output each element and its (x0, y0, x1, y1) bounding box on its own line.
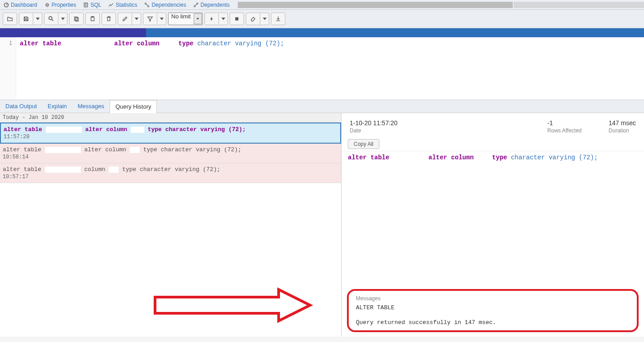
dependencies-icon (144, 2, 150, 8)
history-time: 11:57:20 (4, 134, 338, 140)
tab-query-history[interactable]: Query History (110, 100, 157, 113)
svg-point-4 (148, 5, 149, 7)
tab-messages[interactable]: Messages (72, 100, 110, 113)
clear-button[interactable] (246, 13, 260, 25)
save-dropdown[interactable] (33, 13, 42, 25)
edit-button[interactable] (118, 13, 132, 25)
find-button[interactable] (44, 13, 58, 25)
detail-rows-label: Rows Affected (547, 127, 582, 134)
filter-button[interactable] (143, 13, 157, 25)
output-tabs: Data Output Explain Messages Query Histo… (0, 100, 644, 113)
limit-caret[interactable] (194, 13, 202, 24)
connection-bar (0, 28, 644, 37)
nav-dashboard-label: Dashboard (11, 2, 37, 8)
svg-point-5 (197, 3, 198, 4)
connection-bar-segment (0, 28, 146, 37)
open-file-button[interactable] (3, 13, 17, 25)
caret-down-icon (60, 16, 66, 22)
caret-down-icon (195, 17, 200, 21)
save-button[interactable] (19, 13, 33, 25)
detail-rows: -1 Rows Affected (547, 119, 582, 134)
nav-statistics[interactable]: Statistics (105, 1, 141, 9)
copy-all-button[interactable]: Copy All (348, 139, 379, 149)
history-time: 10:57:17 (3, 174, 338, 180)
limit-select[interactable]: No limit (168, 13, 203, 25)
top-nav-bar: Dashboard Properties SQL Statistics Depe… (0, 0, 644, 10)
svg-point-7 (49, 17, 52, 20)
execute-dropdown[interactable] (219, 13, 228, 25)
bolt-icon (209, 16, 215, 22)
detail-sql: alter table alter column type character … (342, 151, 644, 164)
svg-point-3 (145, 3, 147, 4)
detail-fill (342, 164, 644, 286)
nav-dashboard[interactable]: Dashboard (0, 1, 41, 9)
nav-dependents[interactable]: Dependents (190, 1, 233, 9)
search-icon (48, 16, 54, 22)
gear-icon (44, 2, 50, 8)
tab-explain[interactable]: Explain (42, 100, 72, 113)
tab-data-output[interactable]: Data Output (0, 100, 42, 113)
nav-fill-bar (238, 2, 513, 8)
chart-icon (108, 2, 114, 8)
dashboard-icon (4, 2, 9, 8)
caret-down-icon (262, 16, 268, 22)
paste-icon (89, 16, 96, 22)
caret-down-icon (35, 16, 41, 22)
edit-dropdown[interactable] (132, 13, 141, 25)
annotation-arrow (153, 287, 315, 323)
history-pane: Today - Jan 10 2020 alter table alter co… (0, 113, 342, 337)
paste-button[interactable] (85, 13, 100, 25)
sql-icon (83, 2, 89, 8)
nav-dependencies-label: Dependencies (151, 2, 186, 8)
redacted (46, 127, 82, 133)
detail-duration: 147 msec Duration (608, 119, 636, 134)
detail-header: 1-10-20 11:57:20 Date -1 Rows Affected 1… (342, 113, 644, 137)
filter-icon (147, 16, 153, 22)
nav-fill-bar-2 (514, 2, 644, 8)
messages-title: Messages (356, 295, 630, 302)
eraser-icon (250, 16, 256, 22)
kw-type: type (178, 40, 194, 47)
clear-dropdown[interactable] (260, 13, 269, 25)
messages-line-1: ALTER TABLE (356, 304, 630, 311)
sql-editor[interactable]: 1 alter table alter column type characte… (0, 37, 644, 100)
detail-duration-label: Duration (608, 127, 636, 134)
stop-button[interactable] (230, 13, 244, 25)
messages-box: Messages ALTER TABLE Query returned succ… (347, 289, 639, 332)
history-item-selected[interactable]: alter table alter column type character … (0, 123, 341, 144)
download-button[interactable] (271, 13, 285, 25)
line-gutter: 1 (0, 37, 16, 100)
detail-date-value: 1-10-20 11:57:20 (350, 119, 398, 127)
caret-down-icon (220, 16, 227, 22)
type-value: character varying (72); (197, 40, 284, 47)
copy-button[interactable] (69, 13, 84, 25)
detail-date: 1-10-20 11:57:20 Date (350, 119, 398, 134)
sql-code[interactable]: alter table alter column type character … (16, 37, 288, 100)
limit-value: No limit (171, 13, 191, 20)
history-time: 10:58:14 (3, 154, 338, 160)
copy-icon (73, 16, 80, 22)
nav-statistics-label: Statistics (115, 2, 137, 8)
stop-icon (234, 16, 240, 22)
edit-icon (122, 16, 128, 22)
nav-dependencies[interactable]: Dependencies (141, 1, 190, 9)
execute-button[interactable] (204, 13, 219, 25)
nav-properties[interactable]: Properties (41, 1, 80, 9)
lower-panes: Today - Jan 10 2020 alter table alter co… (0, 113, 644, 337)
detail-date-label: Date (350, 127, 398, 134)
nav-dependents-label: Dependents (200, 2, 230, 8)
history-item[interactable]: alter table column type character varyin… (0, 163, 341, 183)
nav-sql[interactable]: SQL (80, 1, 105, 9)
messages-line-2: Query returned successfully in 147 msec. (356, 319, 630, 326)
filter-dropdown[interactable] (157, 13, 166, 25)
kw-alter-table: alter table (20, 40, 61, 47)
kw-alter-column: alter column (114, 40, 160, 47)
detail-duration-value: 147 msec (608, 119, 636, 127)
history-item[interactable]: alter table alter column type character … (0, 144, 341, 163)
delete-button[interactable] (102, 13, 116, 25)
line-number: 1 (9, 40, 12, 46)
save-icon (23, 16, 29, 22)
find-dropdown[interactable] (58, 13, 67, 25)
folder-open-icon (7, 16, 13, 22)
trash-icon (106, 16, 112, 22)
